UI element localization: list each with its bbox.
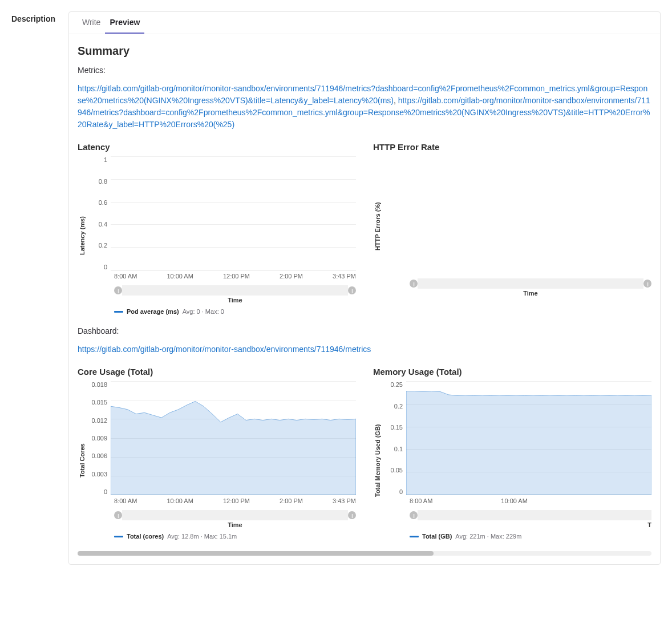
- brush-handle-left[interactable]: [410, 280, 418, 288]
- series-area: [406, 381, 651, 495]
- y-axis-label: HTTP Errors (%): [373, 156, 382, 297]
- dashboard-link[interactable]: https://gitlab.com/gitlab-org/monitor/mo…: [78, 345, 371, 354]
- chart-title: Latency: [78, 142, 356, 152]
- description-panel: Write Preview Summary Metrics: https://g…: [68, 11, 661, 565]
- chart-memory-usage: Memory Usage (Total) Total Memory Used (…: [373, 367, 651, 540]
- description-label: Description: [11, 14, 57, 23]
- legend-swatch: [410, 536, 419, 537]
- brush-handle-left[interactable]: [410, 511, 418, 519]
- tab-preview[interactable]: Preview: [105, 12, 144, 34]
- editor-tabs: Write Preview: [69, 12, 660, 34]
- metrics-links: https://gitlab.com/gitlab-org/monitor/mo…: [78, 83, 651, 131]
- legend: Total (GB) Avg: 221m · Max: 229m: [410, 533, 651, 540]
- plot-area[interactable]: [111, 381, 356, 495]
- y-axis-label: Total Memory Used (GB): [373, 381, 382, 540]
- legend-swatch: [114, 311, 123, 313]
- y-ticks: 0.018 0.015 0.012 0.009 0.006 0.003 0: [87, 381, 111, 495]
- time-brush[interactable]: [410, 510, 651, 520]
- chart-title: HTTP Error Rate: [373, 142, 651, 152]
- time-brush[interactable]: [114, 510, 356, 520]
- x-ticks: 8:00 AM 10:00 AM 12:00 PM 2:00 PM 3:43 P…: [114, 273, 356, 280]
- metrics-label: Metrics:: [78, 66, 651, 75]
- legend-series-stats: Avg: 221m · Max: 229m: [455, 533, 521, 540]
- chart-title: Memory Usage (Total): [373, 367, 651, 377]
- plot-area[interactable]: [111, 156, 356, 270]
- link-separator: ,: [394, 96, 398, 105]
- chart-title: Core Usage (Total): [78, 367, 356, 377]
- y-axis-label: Latency (ms): [78, 156, 87, 315]
- chart-core-usage: Core Usage (Total) Total Cores 0.018 0.0…: [78, 367, 356, 540]
- brush-handle-right[interactable]: [348, 286, 356, 294]
- scrollbar-thumb[interactable]: [78, 551, 434, 556]
- time-brush[interactable]: [410, 278, 651, 289]
- summary-heading: Summary: [78, 45, 651, 58]
- brush-axis-label: Time: [114, 297, 356, 304]
- brush-axis-label: Time: [410, 290, 651, 297]
- brush-handle-left[interactable]: [114, 511, 122, 519]
- horizontal-scrollbar[interactable]: [78, 551, 651, 556]
- x-ticks: 8:00 AM 10:00 AM 12:00 PM 2:00 PM 3:43 P…: [114, 497, 356, 504]
- y-ticks: 0.25 0.2 0.15 0.1 0.05 0: [382, 381, 406, 495]
- brush-handle-right[interactable]: [643, 280, 651, 288]
- chart-http-error-rate: HTTP Error Rate HTTP Errors (%): [373, 142, 651, 315]
- legend-series-name: Pod average (ms): [127, 308, 179, 315]
- brush-axis-label: Time: [114, 521, 356, 528]
- plot-area[interactable]: [406, 156, 651, 270]
- brush-handle-left[interactable]: [114, 286, 122, 294]
- legend-series-name: Total (cores): [127, 533, 164, 540]
- tab-write[interactable]: Write: [78, 12, 105, 34]
- y-axis-label: Total Cores: [78, 381, 87, 540]
- chart-latency: Latency Latency (ms) 1 0.8 0.6 0.4 0.2 0: [78, 142, 356, 315]
- brush-handle-right[interactable]: [348, 511, 356, 519]
- dashboard-label: Dashboard:: [78, 326, 651, 335]
- x-ticks: 8:00 AM 10:00 AM: [410, 497, 651, 504]
- y-ticks: 1 0.8 0.6 0.4 0.2 0: [87, 156, 111, 270]
- brush-axis-label: T: [410, 521, 651, 528]
- series-area: [111, 381, 356, 495]
- legend-series-stats: Avg: 0 · Max: 0: [183, 308, 224, 315]
- legend-swatch: [114, 536, 123, 537]
- legend-series-stats: Avg: 12.8m · Max: 15.1m: [167, 533, 237, 540]
- time-brush[interactable]: [114, 285, 356, 296]
- legend: Pod average (ms) Avg: 0 · Max: 0: [114, 308, 356, 315]
- legend-series-name: Total (GB): [422, 533, 452, 540]
- legend: Total (cores) Avg: 12.8m · Max: 15.1m: [114, 533, 356, 540]
- plot-area[interactable]: [406, 381, 651, 495]
